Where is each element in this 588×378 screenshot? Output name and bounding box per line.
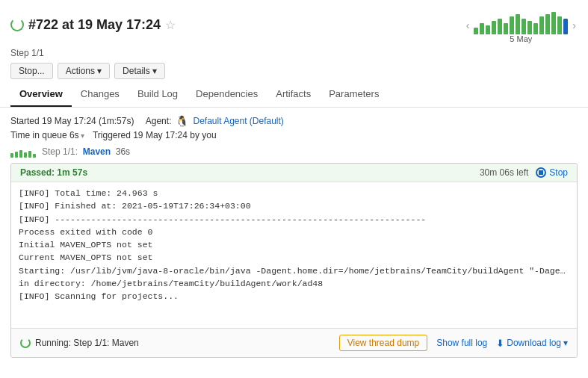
log-stop-button[interactable]: Stop xyxy=(536,167,568,178)
queue-time[interactable]: Time in queue 6s ▾ xyxy=(10,130,84,140)
progress-bar-4 xyxy=(24,152,27,158)
queue-time-label: Time in queue 6s xyxy=(10,130,79,140)
chart-bar xyxy=(486,25,490,34)
log-line: [INFO] Scanning for projects... xyxy=(19,290,569,303)
download-log-link[interactable]: ⬇ Download log ▾ xyxy=(496,338,568,349)
view-thread-dump-button[interactable]: View thread dump xyxy=(339,335,428,351)
log-line: Starting: /usr/lib/jvm/java-8-oracle/bin… xyxy=(19,264,569,277)
download-log-label: Download log xyxy=(507,338,561,348)
chart-bar xyxy=(557,16,562,34)
step-progress-bars xyxy=(10,149,36,158)
log-header-right: 30m 06s left Stop xyxy=(480,167,568,178)
stop-circle-icon xyxy=(536,167,546,178)
log-line: Current MAVEN_OPTS not set xyxy=(19,251,569,264)
log-header: Passed: 1m 57s 30m 06s left Stop xyxy=(11,164,577,182)
stop-button-label: Stop... xyxy=(19,66,45,76)
progress-bar-5 xyxy=(28,151,31,158)
chart-bar xyxy=(527,21,532,34)
chart-date-label: 5 May xyxy=(474,34,568,43)
log-content: [INFO] Total time: 24.963 s[INFO] Finish… xyxy=(11,182,577,328)
log-footer: Running: Step 1/1: Maven View thread dum… xyxy=(11,328,577,357)
step-label-text: Step 1/1: xyxy=(42,146,78,157)
log-line: in directory: /home/jetbrains/TeamCity/b… xyxy=(19,277,569,290)
tab-parameters[interactable]: Parameters xyxy=(320,84,388,107)
chart-bar xyxy=(533,23,538,34)
download-chevron-icon: ▾ xyxy=(563,338,568,348)
build-spinner xyxy=(10,18,24,31)
chart-bar xyxy=(522,19,526,34)
log-line: [INFO] Total time: 24.963 s xyxy=(19,187,569,199)
details-label: Details xyxy=(123,66,150,76)
history-bars xyxy=(474,7,568,34)
chart-bar xyxy=(480,23,484,34)
stop-button[interactable]: Stop... xyxy=(10,63,53,79)
log-line: [INFO] ---------------------------------… xyxy=(19,213,569,226)
started-info: Started 19 May 17:24 (1m:57s) xyxy=(10,116,134,126)
chart-bar xyxy=(498,19,502,34)
running-label: Running: Step 1/1: Maven xyxy=(35,338,139,348)
tab-changes[interactable]: Changes xyxy=(72,84,129,107)
chart-bar xyxy=(474,28,478,34)
tab-overview[interactable]: Overview xyxy=(10,84,72,107)
log-line: Process exited with code 0 xyxy=(19,226,569,238)
build-log-panel: Passed: 1m 57s 30m 06s left Stop [INFO] … xyxy=(10,163,578,358)
footer-left: Running: Step 1/1: Maven xyxy=(20,338,139,348)
log-status: Passed: 1m 57s xyxy=(20,167,87,178)
log-line: [INFO] Finished at: 2021-05-19T17:26:34+… xyxy=(19,199,569,212)
details-button[interactable]: Details ▾ xyxy=(114,63,165,79)
chart-bar xyxy=(516,14,520,34)
build-history-chart: ‹ 5 May › xyxy=(465,7,578,43)
chart-bar xyxy=(539,16,544,34)
download-icon: ⬇ xyxy=(496,338,504,349)
chart-bar xyxy=(504,23,508,34)
agent-icon: 🐧 xyxy=(176,115,188,127)
step-label: Step 1/1 xyxy=(10,48,44,58)
progress-bar-6 xyxy=(33,154,36,158)
step-name: Maven xyxy=(83,146,111,157)
stop-square-icon xyxy=(539,170,543,175)
favorite-icon[interactable]: ☆ xyxy=(165,18,176,32)
triggered-info: Triggered 19 May 17:24 by you xyxy=(93,130,217,140)
footer-right: View thread dump Show full log ⬇ Downloa… xyxy=(339,335,568,351)
actions-button[interactable]: Actions ▾ xyxy=(58,63,110,79)
step-time: 36s xyxy=(116,146,130,157)
running-spinner xyxy=(20,338,31,348)
tab-dependencies[interactable]: Dependencies xyxy=(187,84,267,107)
time-left: 30m 06s left xyxy=(480,167,528,178)
tab-artifacts[interactable]: Artifacts xyxy=(267,84,320,107)
chart-next-button[interactable]: › xyxy=(571,18,578,33)
chart-prev-button[interactable]: ‹ xyxy=(465,18,471,33)
view-thread-dump-label: View thread dump xyxy=(347,338,420,348)
agent-label: Agent: xyxy=(146,116,172,126)
actions-chevron-icon: ▾ xyxy=(97,66,102,76)
log-line: Initial MAVEN_OPTS not set xyxy=(19,238,569,251)
progress-bar-3 xyxy=(19,150,22,158)
chart-bar xyxy=(510,16,514,34)
details-chevron-icon: ▾ xyxy=(152,66,157,76)
chart-bar xyxy=(492,21,496,34)
actions-label: Actions xyxy=(66,66,95,76)
step-progress-label: Step 1/1: Maven 36s xyxy=(40,146,130,157)
chart-bar xyxy=(563,19,568,34)
agent-link[interactable]: Default Agent (Default) xyxy=(193,116,283,126)
tab-buildlog[interactable]: Build Log xyxy=(129,84,187,107)
progress-bar-2 xyxy=(15,152,18,158)
chart-bar xyxy=(551,12,556,34)
progress-bar-1 xyxy=(10,153,13,158)
tabs-nav: OverviewChangesBuild LogDependenciesArti… xyxy=(10,84,578,107)
queue-chevron-icon: ▾ xyxy=(81,131,84,140)
show-full-log-link[interactable]: Show full log xyxy=(436,338,487,348)
log-stop-label: Stop xyxy=(549,167,568,178)
build-title: #722 at 19 May 17:24 xyxy=(28,17,161,33)
chart-bar xyxy=(545,14,550,34)
